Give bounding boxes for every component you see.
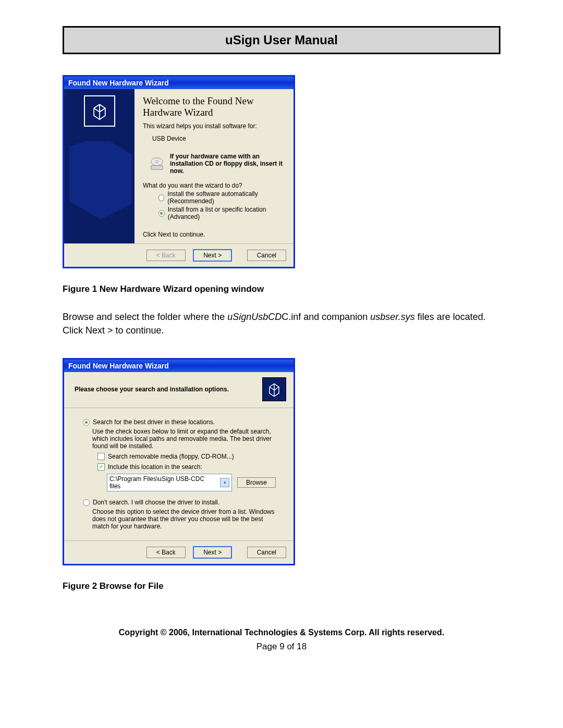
wizard2-window: Found New Hardware Wizard Please choose … xyxy=(63,358,295,565)
dont-search-help: Choose this option to select the device … xyxy=(92,508,280,530)
doc-header: uSign User Manual xyxy=(63,26,500,54)
sidebar-bg-graphic xyxy=(64,141,134,235)
copyright-line: Copyright © 2006, International Technolo… xyxy=(63,628,500,637)
wizard1-button-bar: < Back Next > Cancel xyxy=(64,243,293,267)
back-button[interactable]: < Back xyxy=(146,250,186,261)
radio-icon xyxy=(158,210,165,217)
radio-icon xyxy=(83,419,90,426)
next-button[interactable]: Next > xyxy=(193,546,232,559)
wizard1-continue-text: Click Next to continue. xyxy=(143,231,285,238)
checkbox-include-label: Include this location in the search: xyxy=(108,463,202,471)
radio-advanced-install[interactable]: Install from a list or specific location… xyxy=(158,206,285,220)
wizard1-welcome-title: Welcome to the Found New Hardware Wizard xyxy=(143,95,285,118)
next-button[interactable]: Next > xyxy=(193,249,232,262)
checkbox-removable-media[interactable]: Search removable media (floppy, CD-ROM..… xyxy=(97,453,280,460)
wizard1-device-name: USB Device xyxy=(152,135,285,142)
radio-dont-label: Don't search. I will choose the driver t… xyxy=(93,499,219,506)
cancel-button[interactable]: Cancel xyxy=(247,547,286,558)
page-number: Page 9 of 18 xyxy=(63,641,500,652)
wizard2-titlebar: Found New Hardware Wizard xyxy=(64,360,293,372)
wizard1-sidebar xyxy=(64,89,134,243)
radio-auto-label: Install the software automatically (Reco… xyxy=(167,190,285,205)
radio-advanced-label: Install from a list or specific location… xyxy=(168,206,285,220)
wizard2-header-text: Please choose your search and installati… xyxy=(75,386,229,393)
path-value: C:\Program Files\uSign USB-CDC files xyxy=(109,475,217,490)
path-combobox[interactable]: C:\Program Files\uSign USB-CDC files ▾ xyxy=(107,474,232,491)
checkbox-icon xyxy=(97,463,105,471)
chevron-down-icon[interactable]: ▾ xyxy=(220,478,229,487)
wizard1-intro: This wizard helps you install software f… xyxy=(143,122,285,130)
radio-dont-search[interactable]: Don't search. I will choose the driver t… xyxy=(83,499,280,506)
radio-search-best[interactable]: Search for the best driver in these loca… xyxy=(83,418,280,426)
wizard2-button-bar: < Back Next > Cancel xyxy=(64,540,293,564)
radio-auto-install[interactable]: Install the software automatically (Reco… xyxy=(158,190,285,205)
wizard1-window: Found New Hardware Wizard Welcome to the… xyxy=(63,75,295,268)
wizard1-question: What do you want the wizard to do? xyxy=(143,182,285,189)
radio-icon xyxy=(158,194,164,201)
checkbox-removable-label: Search removable media (floppy, CD-ROM..… xyxy=(108,453,234,460)
svg-rect-2 xyxy=(151,166,163,170)
browse-button[interactable]: Browse xyxy=(237,477,276,488)
checkbox-include-location[interactable]: Include this location in the search: xyxy=(97,463,280,471)
wizard1-titlebar: Found New Hardware Wizard xyxy=(64,77,293,89)
search-help-text: Use the check boxes below to limit or ex… xyxy=(92,428,280,450)
figure1-caption: Figure 1 New Hardware Wizard opening win… xyxy=(63,284,500,294)
hardware-icon xyxy=(84,95,115,127)
checkbox-icon xyxy=(97,453,105,460)
svg-point-1 xyxy=(155,161,158,163)
figure2-caption: Figure 2 Browse for File xyxy=(63,581,500,591)
radio-search-label: Search for the best driver in these loca… xyxy=(93,418,215,426)
back-button[interactable]: < Back xyxy=(146,547,186,558)
instruction-paragraph: Browse and select the folder where the u… xyxy=(63,310,500,337)
cancel-button[interactable]: Cancel xyxy=(247,250,286,261)
radio-icon xyxy=(83,499,90,506)
wizard1-cd-prompt: If your hardware came with an installati… xyxy=(170,153,285,175)
cd-icon xyxy=(149,156,165,171)
hardware-icon xyxy=(262,377,286,401)
